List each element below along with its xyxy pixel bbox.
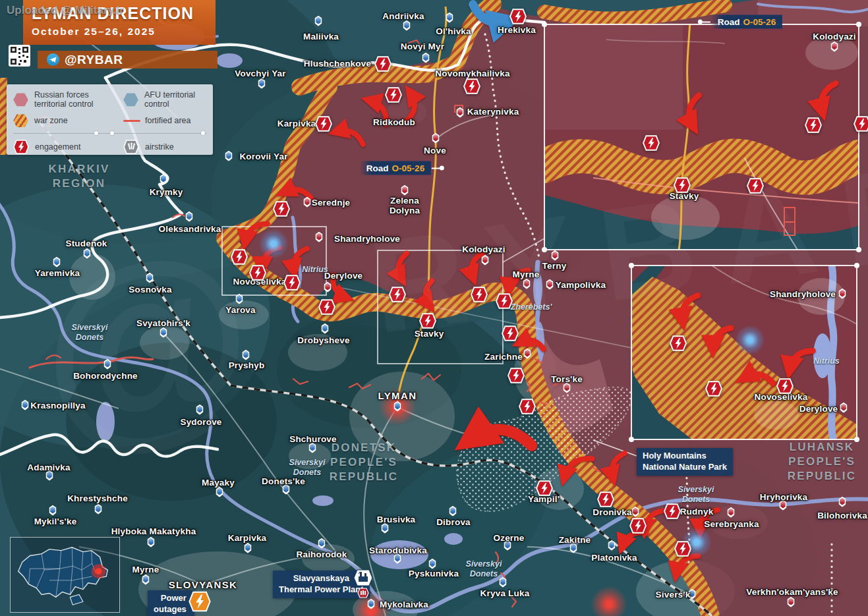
power-plant-icon <box>353 569 373 602</box>
afu-control-swatch <box>123 93 138 107</box>
legend-item-engagement: engagement <box>13 139 123 155</box>
fortified-area-swatch <box>123 120 140 123</box>
power-outage-icon <box>187 590 212 613</box>
legend-label: AFU territorial control <box>144 90 206 109</box>
legend-label: fortified area <box>145 116 190 125</box>
legend-item-war-zone: war zone <box>13 114 123 128</box>
map-legend: Russian forces territorial control AFU t… <box>7 84 213 155</box>
engagement-icon <box>13 139 29 155</box>
legend-label: war zone <box>34 116 68 125</box>
ukraine-minimap <box>10 537 120 613</box>
uploader-watermark: Uploaded @ Military.ir <box>7 4 124 17</box>
map-date: October 25–26, 2025 <box>32 26 216 38</box>
war-zone-swatch <box>13 114 28 128</box>
legend-divider <box>13 132 206 134</box>
telegram-icon <box>47 53 59 66</box>
channel-bar[interactable]: @RYBAR <box>38 51 217 69</box>
lyman-direction-map: @ RYBAR AndriivkaMaliivkaOl'hivkaNovyi M… <box>0 0 868 616</box>
inset-stavky-content <box>544 10 859 250</box>
channel-handle: @RYBAR <box>65 53 123 67</box>
inset-novoselivka-content <box>629 266 857 439</box>
airstrike-icon <box>123 139 139 155</box>
russian-control-swatch <box>13 93 28 107</box>
legend-item-fortified-area: fortified area <box>123 116 206 125</box>
legend-item-afu-control: AFU territorial control <box>123 90 206 109</box>
legend-item-airstrike: airstrike <box>123 139 206 155</box>
qr-code <box>9 45 30 67</box>
legend-label: engagement <box>35 142 81 152</box>
legend-label: Russian forces territorial control <box>34 90 94 109</box>
legend-item-russian-control: Russian forces territorial control <box>13 90 123 109</box>
legend-label: airstrike <box>145 142 174 152</box>
holy-mountains-park-label: Holy Mountains National Nature Park <box>637 448 733 476</box>
